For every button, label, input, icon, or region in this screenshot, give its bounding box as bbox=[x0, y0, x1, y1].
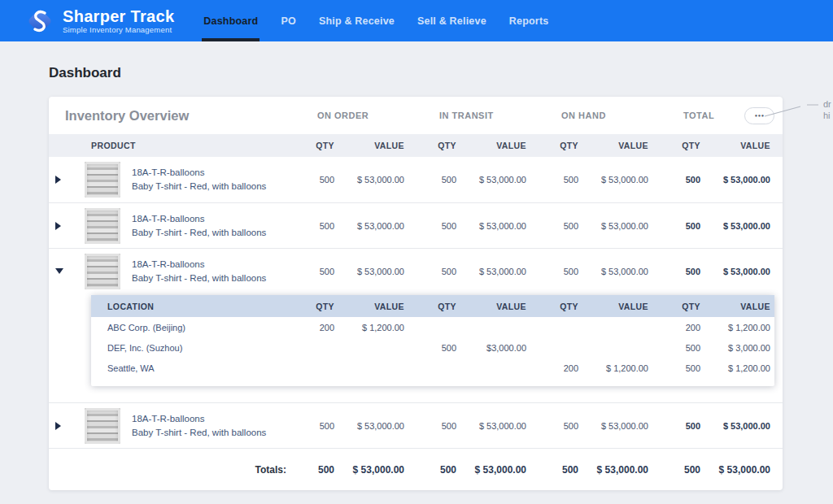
on-order-qty: 200 bbox=[302, 323, 334, 332]
total-value: $ 3,000.00 bbox=[700, 343, 770, 353]
total-value: $ 53,000.00 bbox=[700, 175, 770, 185]
total-value: $ 1,200.00 bbox=[700, 363, 770, 373]
brand-logo[interactable]: Sharper Track Simple Inventory Managemen… bbox=[24, 6, 174, 37]
on-order-qty: 500 bbox=[302, 175, 334, 185]
on-hand-qty: 500 bbox=[546, 421, 578, 431]
on-order-qty: 500 bbox=[302, 221, 334, 231]
in-transit-value: $ 53,000.00 bbox=[456, 175, 526, 185]
on-order-value: $ 53,000.00 bbox=[334, 175, 404, 185]
inventory-overview-card: Inventory Overview ON ORDER IN TRANSIT O… bbox=[49, 97, 783, 490]
expand-row-button[interactable] bbox=[49, 222, 81, 230]
on-order-value: $ 53,000.00 bbox=[334, 421, 404, 431]
annotation-text: dr hi bbox=[823, 99, 833, 122]
column-header-location: LOCATION bbox=[91, 302, 302, 311]
total-value: $ 1,200.00 bbox=[700, 323, 770, 332]
column-header-value: VALUE bbox=[700, 141, 770, 150]
group-header-on-hand: ON HAND bbox=[546, 111, 668, 120]
total-value: $ 53,000.00 bbox=[700, 267, 770, 276]
total-qty: 500 bbox=[668, 421, 700, 431]
product-sku: 18A-T-R-balloons bbox=[132, 212, 266, 226]
product-description: Baby T-shirt - Red, with balloons bbox=[132, 272, 266, 285]
product-info: 18A-T-R-balloons Baby T-shirt - Red, wit… bbox=[132, 258, 266, 285]
on-hand-qty: 500 bbox=[546, 267, 578, 276]
totals-on-order-value: $ 53,000.00 bbox=[334, 464, 404, 476]
in-transit-qty: 500 bbox=[424, 221, 456, 231]
location-row: Seattle, WA 200 $ 1,200.00 500 $ 1,200.0… bbox=[91, 358, 774, 378]
column-header-value: VALUE bbox=[578, 302, 648, 311]
annotation-line1: dr bbox=[823, 99, 833, 111]
card-title: Inventory Overview bbox=[49, 108, 302, 124]
on-order-value: $ 53,000.00 bbox=[334, 221, 404, 231]
on-hand-qty: 200 bbox=[546, 363, 578, 373]
on-order-qty: 500 bbox=[302, 421, 334, 431]
on-order-value: $ 53,000.00 bbox=[334, 267, 404, 276]
product-cell: 18A-T-R-balloons Baby T-shirt - Red, wit… bbox=[81, 208, 302, 244]
on-hand-qty: 500 bbox=[546, 221, 578, 231]
location-row: ABC Corp. (Beijing) 200 $ 1,200.00 200 $… bbox=[91, 317, 774, 337]
nav-item-reports[interactable]: Reports bbox=[498, 0, 560, 41]
in-transit-value: $ 53,000.00 bbox=[456, 221, 526, 231]
table-row-expanded[interactable]: 18A-T-R-balloons Baby T-shirt - Red, wit… bbox=[49, 248, 783, 293]
totals-in-transit-qty: 500 bbox=[424, 464, 456, 476]
column-header-qty: QTY bbox=[668, 141, 700, 150]
chevron-right-icon bbox=[55, 176, 61, 184]
brand-text: Sharper Track Simple Inventory Managemen… bbox=[63, 8, 174, 34]
annotation-line2: hi bbox=[823, 111, 833, 122]
product-description: Baby T-shirt - Red, with balloons bbox=[132, 226, 266, 240]
app-bar: Sharper Track Simple Inventory Managemen… bbox=[0, 0, 833, 41]
page-title: Dashboard bbox=[49, 65, 784, 81]
totals-on-hand-qty: 500 bbox=[546, 464, 578, 476]
totals-on-hand-value: $ 53,000.00 bbox=[578, 464, 648, 476]
chevron-down-icon bbox=[55, 268, 63, 274]
expand-row-button[interactable] bbox=[49, 176, 81, 184]
product-sku: 18A-T-R-balloons bbox=[132, 258, 266, 272]
chevron-right-icon bbox=[55, 422, 61, 430]
chevron-right-icon bbox=[55, 222, 61, 230]
total-qty: 500 bbox=[668, 221, 700, 231]
column-header-qty: QTY bbox=[302, 141, 334, 150]
main-nav: Dashboard PO Ship & Receive Sell & Relie… bbox=[192, 0, 560, 41]
column-header-value: VALUE bbox=[456, 302, 526, 311]
column-header-qty: QTY bbox=[546, 302, 578, 311]
table-row[interactable]: 18A-T-R-balloons Baby T-shirt - Red, wit… bbox=[49, 402, 783, 448]
product-cell: 18A-T-R-balloons Baby T-shirt - Red, wit… bbox=[81, 408, 302, 444]
product-image bbox=[85, 208, 120, 244]
column-header-value: VALUE bbox=[700, 302, 770, 311]
total-qty: 200 bbox=[668, 323, 700, 332]
group-header-on-order: ON ORDER bbox=[302, 111, 424, 120]
column-header-qty: QTY bbox=[424, 302, 456, 311]
product-info: 18A-T-R-balloons Baby T-shirt - Red, wit… bbox=[132, 212, 266, 239]
callout-line bbox=[763, 99, 820, 124]
nav-item-sell-relieve[interactable]: Sell & Relieve bbox=[406, 0, 498, 41]
on-hand-value: $ 53,000.00 bbox=[578, 221, 648, 231]
column-header-qty: QTY bbox=[302, 302, 334, 311]
column-header-qty: QTY bbox=[546, 141, 578, 150]
location-name: Seattle, WA bbox=[91, 363, 302, 373]
nav-item-po[interactable]: PO bbox=[269, 0, 307, 41]
totals-on-order-qty: 500 bbox=[302, 464, 334, 476]
on-hand-value: $ 53,000.00 bbox=[578, 267, 648, 276]
total-value: $ 53,000.00 bbox=[700, 221, 770, 231]
in-transit-qty: 500 bbox=[424, 175, 456, 185]
total-value: $ 53,000.00 bbox=[700, 421, 770, 431]
product-description: Baby T-shirt - Red, with balloons bbox=[132, 426, 266, 440]
column-header-product: PRODUCT bbox=[81, 141, 302, 150]
product-cell: 18A-T-R-balloons Baby T-shirt - Red, wit… bbox=[81, 162, 302, 198]
in-transit-qty: 500 bbox=[424, 421, 456, 431]
collapse-row-button[interactable] bbox=[49, 268, 81, 274]
total-qty: 500 bbox=[668, 175, 700, 185]
nav-item-dashboard[interactable]: Dashboard bbox=[192, 0, 269, 41]
location-name: ABC Corp. (Beijing) bbox=[91, 323, 302, 332]
table-row[interactable]: 18A-T-R-balloons Baby T-shirt - Red, wit… bbox=[49, 202, 783, 248]
product-info: 18A-T-R-balloons Baby T-shirt - Red, wit… bbox=[132, 412, 266, 439]
product-image bbox=[85, 408, 120, 444]
on-hand-qty: 500 bbox=[546, 175, 578, 185]
column-header-value: VALUE bbox=[334, 302, 404, 311]
nav-item-ship-receive[interactable]: Ship & Receive bbox=[307, 0, 406, 41]
product-sku: 18A-T-R-balloons bbox=[132, 166, 266, 180]
on-order-qty: 500 bbox=[302, 267, 334, 276]
expand-row-button[interactable] bbox=[49, 422, 81, 430]
table-row[interactable]: 18A-T-R-balloons Baby T-shirt - Red, wit… bbox=[49, 157, 783, 202]
in-transit-qty: 500 bbox=[424, 343, 456, 353]
in-transit-value: $3,000.00 bbox=[456, 343, 526, 353]
